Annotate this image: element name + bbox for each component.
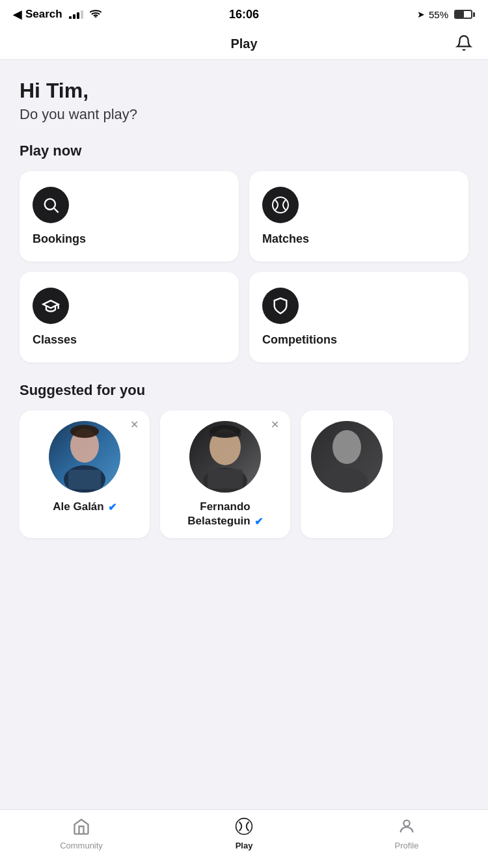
close-ale-button[interactable]: ✕ bbox=[127, 418, 142, 431]
shield-icon bbox=[271, 297, 290, 315]
svg-point-7 bbox=[70, 425, 99, 438]
play-now-section: Play now Bookings bbox=[20, 142, 468, 362]
ale-avatar-image bbox=[49, 421, 120, 493]
play-now-cards-grid: Bookings Matches bbox=[20, 171, 468, 362]
bell-icon bbox=[455, 44, 472, 53]
graduation-icon bbox=[42, 297, 60, 315]
suggest-card-fernando[interactable]: ✕ Fernando bbox=[160, 411, 290, 538]
signal-bar-4 bbox=[81, 10, 83, 19]
competitions-card[interactable]: Competitions bbox=[249, 272, 468, 362]
svg-point-0 bbox=[95, 17, 96, 18]
tab-bar: Community Play Profile bbox=[0, 809, 488, 868]
person-icon bbox=[398, 817, 416, 838]
svg-point-15 bbox=[236, 819, 252, 835]
signal-bar-2 bbox=[73, 14, 75, 19]
suggest-card-third[interactable] bbox=[301, 411, 393, 538]
notifications-button[interactable] bbox=[453, 32, 475, 56]
fernando-avatar-image bbox=[189, 421, 261, 493]
page-title: Play bbox=[230, 36, 257, 51]
profile-tab-label: Profile bbox=[395, 841, 419, 850]
status-carrier: ◀ Search bbox=[13, 8, 102, 21]
signal-strength bbox=[69, 10, 83, 19]
close-fernando-button[interactable]: ✕ bbox=[267, 418, 282, 431]
play-tab-label: Play bbox=[236, 841, 253, 850]
svg-line-2 bbox=[54, 208, 58, 212]
svg-rect-12 bbox=[209, 433, 241, 437]
classes-label: Classes bbox=[33, 333, 77, 347]
ale-avatar bbox=[49, 421, 120, 493]
bookings-card[interactable]: Bookings bbox=[20, 171, 239, 262]
play-tab-icon bbox=[235, 817, 253, 838]
matches-label: Matches bbox=[262, 232, 309, 246]
community-tab-label: Community bbox=[60, 841, 103, 850]
ale-name-text: Ale Galán bbox=[53, 500, 103, 513]
tab-profile[interactable]: Profile bbox=[325, 817, 488, 850]
status-battery-area: ➤ 55% bbox=[417, 9, 475, 20]
svg-point-13 bbox=[332, 430, 361, 464]
play-now-title: Play now bbox=[20, 142, 468, 159]
suggested-scroll[interactable]: ✕ Ale Galán ✔ bbox=[20, 411, 468, 549]
matches-icon-circle bbox=[262, 187, 299, 223]
classes-card[interactable]: Classes bbox=[20, 272, 239, 362]
fernando-last-name: Belasteguin ✔ bbox=[187, 515, 262, 528]
suggest-card-ale[interactable]: ✕ Ale Galán ✔ bbox=[20, 411, 150, 538]
svg-point-16 bbox=[403, 821, 409, 826]
fernando-verified-badge: ✔ bbox=[254, 515, 263, 528]
tab-play[interactable]: Play bbox=[163, 817, 325, 850]
battery-percent: 55% bbox=[429, 9, 448, 20]
signal-bar-3 bbox=[77, 12, 79, 19]
svg-point-14 bbox=[326, 468, 368, 493]
svg-rect-6 bbox=[68, 470, 101, 489]
fernando-name-row: Fernando Belasteguin ✔ bbox=[187, 500, 262, 528]
third-avatar-image bbox=[311, 421, 383, 493]
battery-icon bbox=[452, 10, 475, 19]
greeting-name: Hi Tim, bbox=[20, 79, 468, 102]
greeting-subtitle: Do you want play? bbox=[20, 106, 468, 123]
competitions-icon-circle bbox=[262, 288, 299, 324]
content-spacer bbox=[20, 549, 468, 614]
signal-bar-1 bbox=[69, 16, 72, 19]
classes-icon-circle bbox=[33, 288, 69, 324]
svg-point-1 bbox=[45, 199, 55, 210]
search-icon bbox=[42, 196, 60, 214]
status-time: 16:06 bbox=[229, 8, 259, 21]
nav-header: Play bbox=[0, 29, 488, 60]
bookings-icon-circle bbox=[33, 187, 69, 223]
suggested-section: Suggested for you ✕ bbox=[20, 382, 468, 549]
third-avatar bbox=[311, 421, 383, 493]
status-bar: ◀ Search 16:06 ➤ 55% bbox=[0, 0, 488, 29]
ale-verified-badge: ✔ bbox=[108, 501, 116, 513]
tennis-ball-icon bbox=[271, 196, 290, 214]
fernando-avatar bbox=[189, 421, 261, 493]
tab-community[interactable]: Community bbox=[0, 817, 163, 850]
suggested-title: Suggested for you bbox=[20, 382, 468, 399]
main-content: Hi Tim, Do you want play? Play now Booki… bbox=[0, 60, 488, 614]
fernando-name-text: Fernando bbox=[200, 500, 250, 513]
ale-name-row: Ale Galán ✔ bbox=[53, 500, 116, 513]
bookings-label: Bookings bbox=[33, 232, 86, 246]
competitions-label: Competitions bbox=[262, 333, 337, 347]
home-icon bbox=[72, 817, 90, 838]
svg-rect-10 bbox=[208, 469, 243, 489]
matches-card[interactable]: Matches bbox=[249, 171, 468, 262]
chevron-left-icon: ◀ bbox=[13, 8, 21, 21]
location-icon: ➤ bbox=[417, 9, 425, 20]
svg-point-3 bbox=[273, 197, 288, 213]
wifi-icon bbox=[90, 8, 102, 20]
greeting-section: Hi Tim, Do you want play? bbox=[20, 79, 468, 123]
